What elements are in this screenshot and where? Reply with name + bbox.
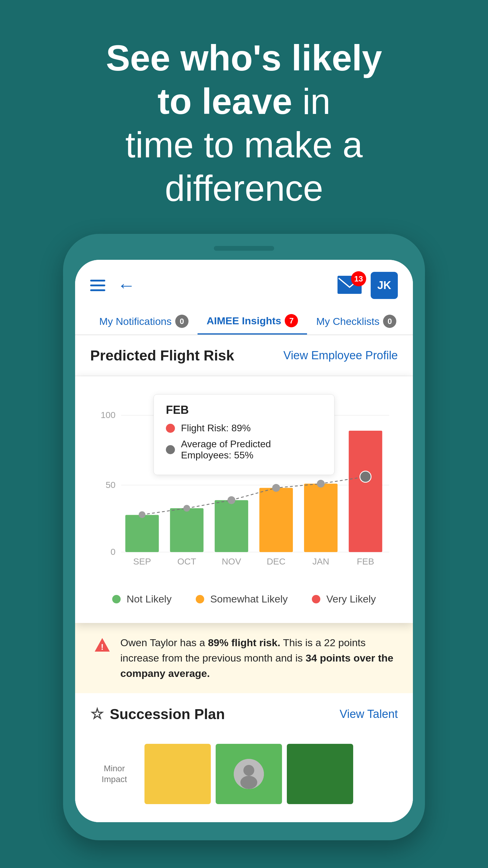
succession-header: ☆ Succession Plan View Talent [75,693,413,735]
back-button[interactable]: ← [117,276,136,294]
phone-notch [214,246,274,251]
x-label-jan: JAN [313,556,329,566]
x-label-feb: FEB [357,556,374,566]
hero-regular-text: in [292,81,331,121]
tab-my-checklists[interactable]: My Checklists 0 [307,308,405,335]
alert-text-start: Owen Taylor has a [120,637,208,648]
hero-line2: time to make a difference [125,124,363,208]
alert-bold1: 89% flight risk. [208,637,280,648]
grid-row-label: MinorImpact [90,763,138,785]
tooltip-month: FEB [166,404,322,416]
checklists-badge: 0 [383,315,396,328]
bar-oct [170,508,204,552]
phone-screen: ← 13 JK My Notifications [75,260,413,822]
x-label-dec: DEC [267,556,286,566]
background: See who's likely to leave in time to mak… [0,0,488,868]
x-label-nov: NOV [222,556,241,566]
legend-label-very-likely: Very Likely [326,593,376,605]
x-label-oct: OCT [177,556,196,566]
legend-somewhat-likely: Somewhat Likely [196,593,288,605]
employee-avatar [234,759,264,789]
phone-device: ← 13 JK My Notifications [63,234,425,840]
bar-dec [259,488,293,552]
star-icon: ☆ [90,705,104,723]
mail-button[interactable]: 13 [338,276,362,295]
y-label-50: 50 [106,480,116,490]
chart-tooltip: FEB Flight Risk: 89% Average of Predicte… [153,394,335,475]
user-avatar-button[interactable]: JK [371,272,398,299]
legend-dot-red [312,595,320,603]
app-header: ← 13 JK [75,260,413,299]
avg-dot-feb [360,471,371,482]
alert-icon: ! [93,637,111,655]
grid-cell-yellow [144,744,211,804]
avatar-image [234,759,264,789]
avg-dot-sep [139,512,145,518]
succession-title: ☆ Succession Plan [90,705,225,723]
y-label-100: 100 [101,410,116,420]
header-right: 13 JK [338,272,398,299]
bar-sep [125,515,159,552]
tab-my-notifications[interactable]: My Notifications 0 [90,308,198,335]
avg-dot-dec [272,484,280,492]
svg-point-8 [240,776,257,789]
legend-not-likely: Not Likely [112,593,172,605]
grid-cell-green [216,744,282,804]
notifications-badge: 0 [175,315,189,328]
legend-label-somewhat-likely: Somewhat Likely [210,593,288,605]
grid-cell-dark-green [287,744,353,804]
avg-label: Average of Predicted Employees: 55% [181,438,322,461]
succession-grid: MinorImpact [75,735,413,822]
chart-legend: Not Likely Somewhat Likely Very Likely [93,593,395,605]
flight-risk-dot [166,424,175,433]
x-label-sep: SEP [133,556,151,566]
aimee-badge: 7 [285,314,298,327]
hero-section: See who's likely to leave in time to mak… [63,0,425,234]
bar-nov [215,500,248,552]
alert-text: Owen Taylor has a 89% flight risk. This … [120,635,395,681]
legend-dot-green [112,595,121,603]
mail-badge: 13 [351,271,366,286]
avg-dot-oct [183,505,190,512]
legend-label-not-likely: Not Likely [127,593,172,605]
avg-dot-nov [227,496,235,504]
flight-risk-label: Flight Risk: 89% [181,423,251,434]
y-label-0: 0 [111,547,116,557]
hamburger-menu-button[interactable] [90,280,105,291]
bar-jan [304,484,338,552]
header-left: ← [90,276,136,294]
tooltip-row-avg: Average of Predicted Employees: 55% [166,438,322,461]
chart-card: FEB Flight Risk: 89% Average of Predicte… [75,376,413,623]
avg-dot [166,445,175,454]
svg-text:!: ! [101,642,104,652]
avg-dot-jan [317,480,325,488]
tabs-bar: My Notifications 0 AIMEE Insights 7 My C… [75,299,413,335]
grid-cells [144,744,398,804]
tab-aimee-insights[interactable]: AIMEE Insights 7 [198,308,307,335]
view-employee-profile-link[interactable]: View Employee Profile [284,349,398,362]
section-header: Predicted Flight Risk View Employee Prof… [75,335,413,376]
flight-risk-alert: ! Owen Taylor has a 89% flight risk. Thi… [75,623,413,693]
legend-dot-orange [196,595,204,603]
succession-title-text: Succession Plan [110,706,225,722]
svg-point-7 [243,765,254,776]
legend-very-likely: Very Likely [312,593,376,605]
view-talent-link[interactable]: View Talent [340,708,398,721]
tooltip-row-flight-risk: Flight Risk: 89% [166,423,322,434]
hero-bold-text: See who's likely to leave [106,38,382,121]
bar-feb [349,431,382,552]
section-title: Predicted Flight Risk [90,347,234,364]
